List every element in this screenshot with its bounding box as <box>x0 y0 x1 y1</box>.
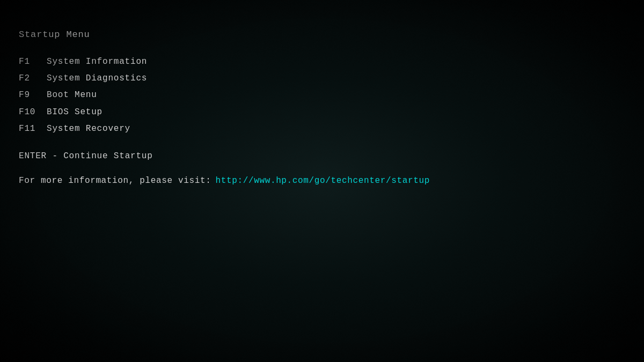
info-url-link[interactable]: http://www.hp.com/go/techcenter/startup <box>215 176 429 186</box>
info-prefix-text: For more information, please visit: <box>19 176 211 186</box>
label-bios-setup: BIOS Setup <box>47 105 103 120</box>
label-system-diagnostics: System Diagnostics <box>47 71 147 86</box>
key-f10: F10 <box>19 105 47 120</box>
enter-continue-line[interactable]: ENTER - Continue Startup <box>19 151 625 161</box>
key-f1: F1 <box>19 55 47 69</box>
menu-item-f9[interactable]: F9 Boot Menu <box>19 88 625 102</box>
key-f11: F11 <box>19 122 47 136</box>
label-system-information: System Information <box>47 55 147 69</box>
menu-item-f11[interactable]: F11 System Recovery <box>19 122 625 136</box>
menu-items-list: F1 System Information F2 System Diagnost… <box>19 55 625 136</box>
label-boot-menu: Boot Menu <box>47 88 97 102</box>
menu-item-f1[interactable]: F1 System Information <box>19 55 625 69</box>
info-line: For more information, please visit: http… <box>19 176 625 186</box>
key-f9: F9 <box>19 88 47 102</box>
menu-item-f10[interactable]: F10 BIOS Setup <box>19 105 625 120</box>
label-system-recovery: System Recovery <box>47 122 130 136</box>
bios-screen: Startup Menu F1 System Information F2 Sy… <box>0 0 644 362</box>
key-f2: F2 <box>19 71 47 86</box>
menu-item-f2[interactable]: F2 System Diagnostics <box>19 71 625 86</box>
menu-title: Startup Menu <box>19 29 625 40</box>
